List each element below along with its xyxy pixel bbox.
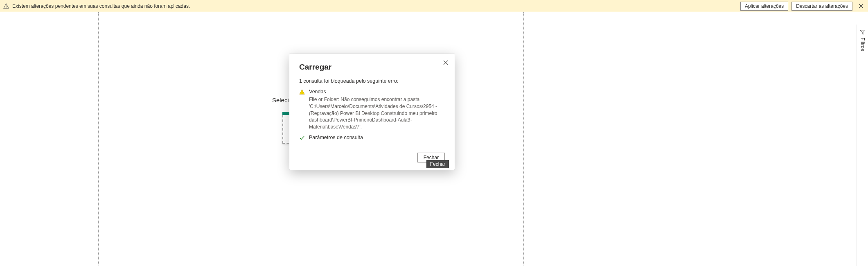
filter-icon — [860, 29, 866, 35]
dialog-item-name: Parâmetros de consulta — [309, 135, 445, 140]
dialog-item-body: Parâmetros de consulta — [309, 135, 445, 142]
dialog-item-detail: File or Folder: Não conseguimos encontra… — [309, 96, 445, 131]
svg-rect-0 — [6, 5, 6, 7]
banner-close-button[interactable] — [857, 2, 865, 10]
error-icon — [299, 89, 306, 96]
svg-rect-2 — [302, 91, 302, 92]
apply-changes-button[interactable]: Aplicar alterações — [740, 2, 788, 11]
dialog-item: Parâmetros de consulta — [299, 135, 445, 142]
check-icon — [299, 135, 306, 142]
discard-changes-button[interactable]: Descartar as alterações — [791, 2, 852, 11]
filters-pane-label: Filtros — [860, 38, 866, 51]
dialog-item-body: Vendas File or Folder: Não conseguimos e… — [309, 89, 445, 131]
banner-message: Existem alterações pendentes em suas con… — [12, 3, 190, 9]
dialog-title: Carregar — [299, 63, 445, 72]
banner-message-wrap: Existem alterações pendentes em suas con… — [3, 3, 737, 9]
close-tooltip: Fechar — [426, 160, 449, 168]
svg-rect-1 — [6, 7, 6, 7]
dialog-close-button[interactable] — [441, 58, 451, 68]
load-dialog: Carregar 1 consulta foi bloqueada pelo s… — [289, 54, 455, 170]
close-icon — [859, 4, 863, 9]
pending-changes-banner: Existem alterações pendentes em suas con… — [0, 0, 868, 12]
dialog-subtitle: 1 consulta foi bloqueada pelo seguinte e… — [299, 78, 445, 84]
dialog-item: Vendas File or Folder: Não conseguimos e… — [299, 89, 445, 131]
warning-icon — [3, 3, 9, 9]
filters-pane-collapsed[interactable]: Filtros — [857, 25, 868, 266]
dialog-item-name: Vendas — [309, 89, 445, 95]
svg-rect-3 — [302, 93, 302, 94]
dialog-footer: Fechar Fechar — [299, 153, 445, 162]
close-icon — [443, 60, 448, 65]
